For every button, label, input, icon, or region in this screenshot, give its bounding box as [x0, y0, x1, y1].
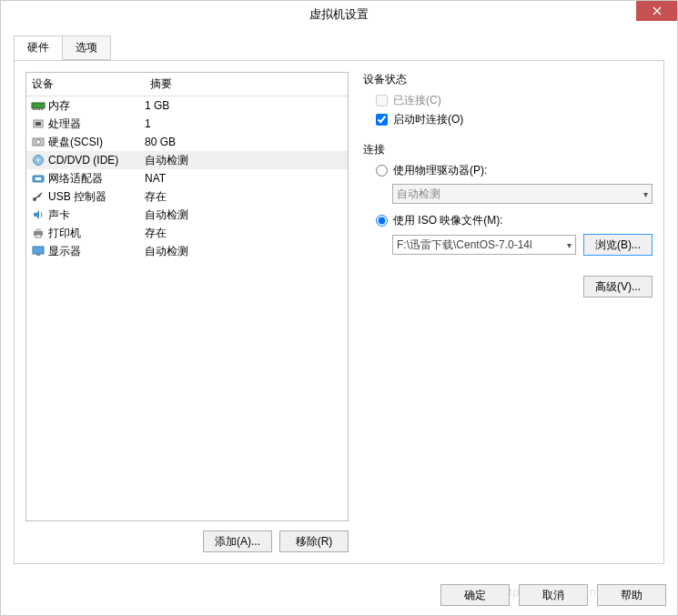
sound-icon — [30, 207, 46, 222]
physical-drive-radio[interactable] — [376, 165, 388, 177]
remove-button[interactable]: 移除(R) — [279, 530, 349, 552]
memory-icon — [30, 98, 46, 113]
chevron-down-icon: ▾ — [643, 189, 648, 199]
chevron-down-icon: ▾ — [567, 240, 572, 250]
device-summary: 80 GB — [145, 136, 348, 148]
physical-drive-dropdown: 自动检测 ▾ — [392, 184, 653, 204]
device-summary: 存在 — [145, 189, 348, 205]
device-status-legend: 设备状态 — [363, 72, 653, 87]
svg-rect-12 — [35, 177, 41, 180]
device-name: 处理器 — [48, 116, 145, 132]
device-summary: 自动检测 — [145, 244, 348, 259]
device-row[interactable]: 硬盘(SCSI)80 GB — [26, 133, 348, 151]
add-button[interactable]: 添加(A)... — [203, 530, 272, 552]
display-icon — [30, 244, 46, 258]
physical-drive-label: 使用物理驱动器(P): — [393, 163, 487, 178]
device-name: 硬盘(SCSI) — [48, 135, 145, 150]
svg-rect-16 — [35, 235, 41, 237]
svg-point-8 — [36, 140, 41, 145]
device-summary: 自动检测 — [145, 207, 348, 223]
connection-group: 连接 使用物理驱动器(P): 自动检测 ▾ — [363, 142, 653, 256]
printer-icon — [30, 226, 46, 240]
tab-content-hardware: 设备 摘要 内存1 GB处理器1硬盘(SCSI)80 GBCD/DVD (IDE… — [14, 60, 664, 564]
connected-label: 已连接(C) — [393, 93, 441, 108]
list-header: 设备 摘要 — [26, 73, 348, 96]
svg-rect-0 — [32, 103, 45, 108]
svg-rect-17 — [33, 247, 44, 254]
device-name: USB 控制器 — [48, 189, 145, 205]
device-summary: 1 GB — [145, 99, 348, 112]
connection-legend: 连接 — [363, 142, 653, 157]
device-row[interactable]: 打印机存在 — [26, 224, 348, 242]
iso-file-radio[interactable] — [376, 215, 388, 227]
svg-point-10 — [37, 159, 40, 162]
device-summary: 自动检测 — [145, 153, 348, 168]
device-row[interactable]: 处理器1 — [26, 115, 348, 133]
cancel-button[interactable]: 取消 — [519, 584, 588, 606]
iso-path-value: F:\迅雷下载\CentOS-7.0-14l — [397, 237, 532, 253]
titlebar: 虚拟机设置 — [1, 1, 677, 28]
svg-rect-18 — [36, 254, 40, 256]
browse-button[interactable]: 浏览(B)... — [583, 234, 653, 256]
help-button[interactable]: 帮助 — [597, 584, 666, 606]
tabs: 硬件 选项 — [14, 35, 664, 61]
tab-options[interactable]: 选项 — [62, 35, 111, 60]
iso-path-dropdown[interactable]: F:\迅雷下载\CentOS-7.0-14l ▾ — [392, 235, 576, 255]
device-list[interactable]: 设备 摘要 内存1 GB处理器1硬盘(SCSI)80 GBCD/DVD (IDE… — [25, 72, 349, 521]
device-name: 内存 — [48, 98, 145, 114]
header-summary[interactable]: 摘要 — [145, 73, 348, 96]
cd-icon — [30, 153, 46, 167]
ok-button[interactable]: 确定 — [440, 584, 510, 606]
svg-rect-2 — [35, 108, 37, 110]
device-summary: NAT — [145, 172, 348, 185]
close-icon — [653, 6, 662, 15]
advanced-button[interactable]: 高级(V)... — [583, 276, 653, 298]
device-row[interactable]: USB 控制器存在 — [26, 187, 348, 206]
usb-icon — [30, 189, 46, 204]
device-name: 网络适配器 — [48, 171, 145, 187]
svg-rect-6 — [35, 122, 41, 126]
svg-rect-3 — [38, 108, 40, 110]
device-name: 声卡 — [48, 207, 145, 223]
connect-at-poweron-label: 启动时连接(O) — [393, 112, 463, 127]
cpu-icon — [30, 116, 46, 131]
tab-hardware[interactable]: 硬件 — [14, 35, 63, 60]
header-device[interactable]: 设备 — [26, 73, 145, 96]
device-name: CD/DVD (IDE) — [48, 154, 145, 167]
device-row[interactable]: CD/DVD (IDE)自动检测 — [26, 151, 348, 169]
device-name: 打印机 — [48, 226, 145, 241]
hdd-icon — [30, 135, 46, 149]
device-row[interactable]: 显示器自动检测 — [26, 242, 348, 260]
network-icon — [30, 171, 46, 186]
window-title: 虚拟机设置 — [309, 6, 369, 23]
device-summary: 1 — [145, 117, 348, 130]
iso-file-label: 使用 ISO 映像文件(M): — [393, 213, 503, 228]
close-button[interactable] — [636, 1, 677, 21]
vm-settings-window: 虚拟机设置 硬件 选项 设备 摘要 内存1 GB处理器1硬盘(SCSI)80 G… — [0, 0, 678, 616]
connected-checkbox — [376, 95, 388, 106]
device-row[interactable]: 网络适配器NAT — [26, 169, 348, 187]
device-row[interactable]: 声卡自动检测 — [26, 206, 348, 224]
device-summary: 存在 — [145, 226, 348, 241]
device-status-group: 设备状态 已连接(C) 启动时连接(O) — [363, 72, 653, 127]
device-name: 显示器 — [48, 244, 145, 259]
physical-drive-value: 自动检测 — [397, 187, 440, 202]
device-row[interactable]: 内存1 GB — [26, 96, 348, 115]
svg-rect-1 — [33, 108, 35, 110]
svg-rect-4 — [41, 108, 43, 110]
svg-rect-15 — [35, 228, 41, 231]
connect-at-poweron-checkbox[interactable] — [376, 114, 388, 126]
